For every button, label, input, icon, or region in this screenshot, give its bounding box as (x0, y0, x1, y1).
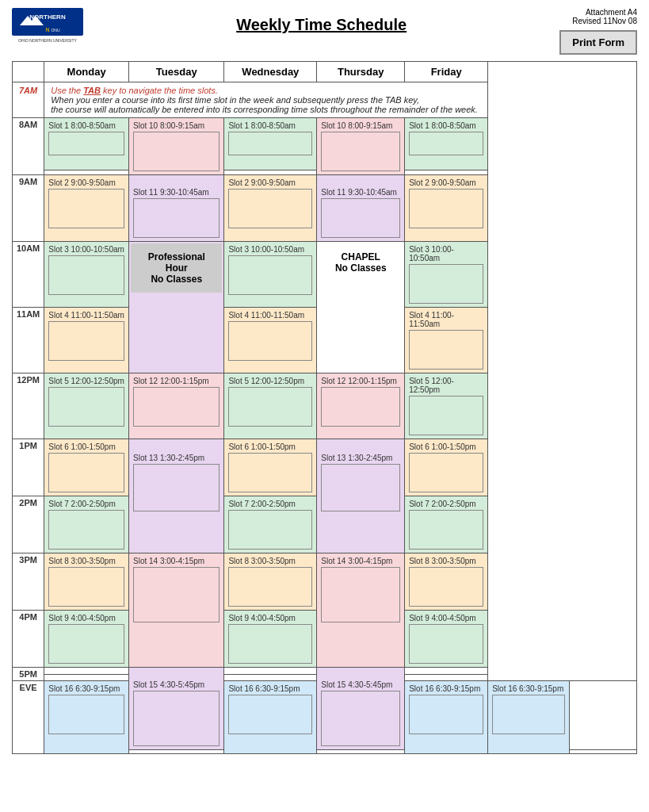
thu-slot12-label: Slot 12 12:00-1:15pm (321, 377, 400, 385)
tue-slot11-label: Slot 11 9:30-10:45am (133, 188, 220, 197)
fri-5pm-empty (405, 668, 488, 675)
wed-slot1-input[interactable] (228, 132, 312, 155)
mon-slot4-input[interactable] (48, 321, 124, 361)
prof-hour-line1: Professional (134, 251, 219, 262)
tue-slot15-input[interactable] (133, 691, 220, 746)
1pm-label: 1PM (13, 439, 44, 496)
9am-label: 9AM (13, 175, 44, 242)
thu-slot11-label: Slot 11 9:30-10:45am (321, 188, 400, 197)
wed-slot6-input[interactable] (228, 453, 312, 492)
tue-slot14-cell: Slot 14 3:00-4:15pm (129, 553, 224, 668)
thu-slot16-cell: Slot 16 6:30-9:15pm (488, 681, 570, 754)
thu-slot12-input[interactable] (321, 387, 400, 427)
logo-area: NORTHERN N ONU OHIO NORTHERN UNIVERSITY (12, 8, 83, 44)
wed-slot16-input[interactable] (409, 695, 483, 734)
page: NORTHERN N ONU OHIO NORTHERN UNIVERSITY … (0, 0, 649, 762)
print-button[interactable]: Print Form (559, 30, 637, 55)
mon-slot7-cell: Slot 7 2:00-2:50pm (44, 496, 129, 553)
tue-slot15-label: Slot 15 4:30-5:45pm (133, 680, 220, 689)
mon-slot16-input[interactable] (48, 695, 124, 734)
8am-label: 8AM (13, 118, 44, 175)
wed-slot3-input[interactable] (228, 255, 312, 295)
wed-slot4-label: Slot 4 11:00-11:50am (228, 311, 312, 320)
wed-slot4-input[interactable] (228, 321, 312, 361)
mon-slot8-cell: Slot 8 3:00-3:50pm (44, 553, 129, 611)
thu-slot10-input[interactable] (321, 132, 400, 171)
chapel-line1: CHAPEL (322, 251, 399, 262)
2pm-label: 2PM (13, 496, 44, 553)
fri-slot5-cell: Slot 5 12:00-12:50pm (405, 373, 488, 439)
eve-label: EVE (13, 681, 44, 754)
tue-slot13-input[interactable] (133, 464, 220, 511)
svg-text:N: N (45, 27, 49, 33)
attachment-label: Attachment A4 (559, 8, 637, 17)
fri-slot7-input[interactable] (409, 510, 483, 550)
thu-slot14-input[interactable] (321, 567, 400, 622)
fri-slot4-input[interactable] (409, 330, 483, 370)
fri-slot3-input[interactable] (409, 264, 483, 304)
wed-slot7-input[interactable] (228, 510, 312, 550)
mon-slot7-input[interactable] (48, 510, 124, 550)
fri-slot8-input[interactable] (409, 567, 483, 607)
fri-slot4-cell: Slot 4 11:00-11:50am (405, 308, 488, 373)
thu-slot11-cell: Slot 11 9:30-10:45am (317, 175, 405, 242)
tue-slot12-label: Slot 12 12:00-1:15pm (133, 377, 220, 385)
tue-slot12-input[interactable] (133, 387, 220, 427)
fri-slot6-input[interactable] (409, 453, 483, 492)
11am-label: 11AM (13, 308, 44, 373)
wed-slot2-input[interactable] (228, 189, 312, 228)
wed-slot2-label: Slot 2 9:00-9:50am (228, 178, 312, 187)
wed-slot8-label: Slot 8 3:00-3:50pm (228, 557, 312, 565)
thu-slot13-label: Slot 13 1:30-2:45pm (321, 454, 400, 462)
tue-slot10-input[interactable] (133, 132, 220, 171)
thu-slot16-input[interactable] (492, 695, 565, 734)
mon-5pm-empty (44, 668, 129, 675)
header: NORTHERN N ONU OHIO NORTHERN UNIVERSITY … (12, 8, 637, 55)
tue-slot14-input[interactable] (133, 567, 220, 622)
tue-slot14-label: Slot 14 3:00-4:15pm (133, 557, 220, 565)
mon-slot6-input[interactable] (48, 453, 124, 492)
mon-slot3-input[interactable] (48, 255, 124, 295)
inst-tab: TAB (83, 86, 101, 95)
thu-slot13-input[interactable] (321, 464, 400, 511)
mon-slot5-input[interactable] (48, 387, 124, 427)
fri-5pm-empty2 (405, 674, 488, 681)
mon-5pm-empty2 (44, 674, 129, 681)
fri-slot3-cell: Slot 3 10:00-10:50am (405, 242, 488, 308)
mon-slot9-input[interactable] (48, 624, 124, 664)
fri-slot7-label: Slot 7 2:00-2:50pm (409, 500, 483, 508)
fri-slot9-input[interactable] (409, 624, 483, 664)
tue-slot16-label: Slot 16 6:30-9:15pm (228, 684, 312, 693)
wed-slot5-label: Slot 5 12:00-12:50pm (228, 377, 312, 385)
thu-slot11-input[interactable] (321, 198, 400, 238)
fri-slot5-input[interactable] (409, 396, 483, 435)
fri-slot5-label: Slot 5 12:00-12:50pm (409, 377, 483, 394)
fri-eve-empty (569, 681, 636, 750)
5pm-row: 5PM Slot 15 4:30-5:45pm Slot 15 4:30-5:4… (13, 668, 637, 675)
instruction-line3: the course will automatically be entered… (51, 105, 481, 114)
svg-text:ONU: ONU (51, 28, 60, 33)
wed-slot5-input[interactable] (228, 387, 312, 427)
fri-slot1-input[interactable] (409, 132, 483, 155)
thu-chapel-cell: CHAPEL No Classes (317, 242, 405, 373)
mon-slot1-input[interactable] (48, 132, 124, 155)
wednesday-header: Wednesday (224, 62, 317, 82)
thu-slot14-cell: Slot 14 3:00-4:15pm (317, 553, 405, 668)
thu-slot16-label: Slot 16 6:30-9:15pm (492, 684, 565, 693)
svg-text:OHIO NORTHERN UNIVERSITY: OHIO NORTHERN UNIVERSITY (18, 38, 77, 43)
wed-slot8-cell: Slot 8 3:00-3:50pm (224, 553, 317, 611)
fri-slot2-input[interactable] (409, 189, 483, 228)
tue-slot11-input[interactable] (133, 198, 220, 238)
thu-slot15-input[interactable] (321, 691, 400, 746)
mon-slot8-input[interactable] (48, 567, 124, 607)
tuesday-header: Tuesday (129, 62, 224, 82)
mon-slot2-input[interactable] (48, 189, 124, 228)
wed-slot9-input[interactable] (228, 624, 312, 664)
wed-slot8-input[interactable] (228, 567, 312, 607)
tue-slot11-cell: Slot 11 9:30-10:45am (129, 175, 224, 242)
tue-slot16-input[interactable] (228, 695, 312, 734)
revised-label: Revised 11Nov 08 (559, 17, 637, 25)
tue-slot13-cell: Slot 13 1:30-2:45pm (129, 439, 224, 553)
wed-slot7-cell: Slot 7 2:00-2:50pm (224, 496, 317, 553)
mon-slot4-label: Slot 4 11:00-11:50am (48, 311, 124, 320)
